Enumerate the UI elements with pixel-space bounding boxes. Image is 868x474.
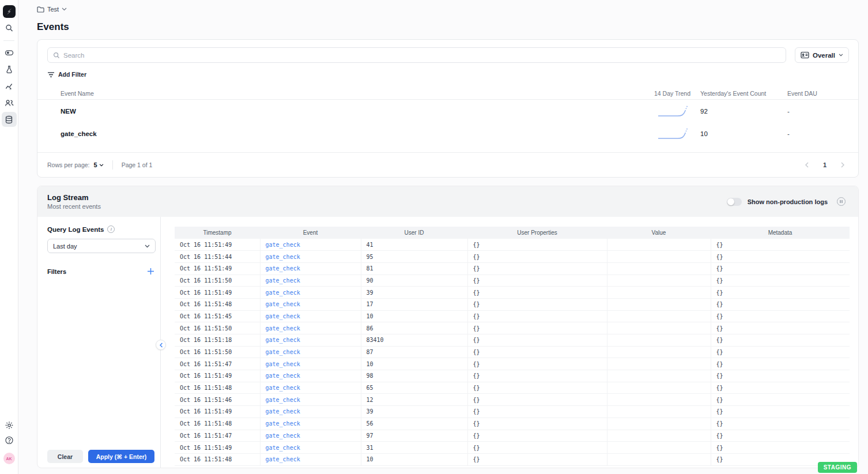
page-status: Page 1 of 1 [122,161,153,168]
log-table-body: Oct 16 11:51:49gate_check41{}{}Oct 16 11… [175,239,850,465]
log-table-row[interactable]: Oct 16 11:51:18gate_check83410{}{} [175,334,850,347]
metadata-cell: {} [711,406,850,418]
rows-per-page-select[interactable]: 5 [94,161,104,168]
log-stream-header: Log Stream Most recent events Show non-p… [37,186,858,217]
metadata-cell: {} [711,417,850,430]
event-name[interactable]: gate_check [61,130,633,137]
sidebar-item-experiments[interactable] [5,65,13,74]
search-icon [53,52,60,59]
user-properties-cell: {} [467,287,607,299]
log-table-row[interactable]: Oct 16 11:51:48gate_check65{}{} [175,382,850,394]
event-cell[interactable]: gate_check [260,322,361,334]
log-table-row[interactable]: Oct 16 11:51:48gate_check10{}{} [175,453,850,465]
event-cell[interactable]: gate_check [260,382,361,394]
event-cell[interactable]: gate_check [260,358,361,370]
event-row[interactable]: gate_check 10 - [37,122,858,145]
event-cell[interactable]: gate_check [260,453,361,465]
query-panel-title: Query Log Events [47,226,104,233]
avatar[interactable]: AK [3,453,15,464]
timestamp-cell: Oct 16 11:51:49 [175,287,260,299]
log-table-row[interactable]: Oct 16 11:51:49gate_check98{}{} [175,370,850,382]
event-cell[interactable]: gate_check [260,346,361,358]
user-properties-cell: {} [467,239,607,251]
log-table-row[interactable]: Oct 16 11:51:50gate_check90{}{} [175,274,850,287]
add-filter-plus-icon[interactable] [147,268,154,275]
collapse-panel-button[interactable] [156,340,166,350]
event-cell[interactable]: gate_check [260,310,361,322]
log-table-row[interactable]: Oct 16 11:51:47gate_check10{}{} [175,358,850,370]
timestamp-cell: Oct 16 11:51:46 [175,394,260,406]
value-cell [607,406,711,418]
app-logo-icon[interactable] [3,5,16,18]
settings-gear-icon[interactable] [5,421,13,430]
next-page-icon[interactable] [841,162,844,168]
show-non-production-toggle[interactable] [727,198,742,206]
user-id-cell: 87 [361,346,467,358]
log-table-row[interactable]: Oct 16 11:51:47gate_check97{}{} [175,430,850,442]
search-nav-icon[interactable] [5,24,13,32]
event-name[interactable]: NEW [61,108,633,115]
log-table-row[interactable]: Oct 16 11:51:44gate_check95{}{} [175,251,850,263]
sidebar-item-users[interactable] [5,99,14,107]
info-icon[interactable]: i [107,225,115,233]
metadata-cell: {} [711,262,850,274]
overall-view-selector[interactable]: Overall [795,47,849,63]
log-table-row[interactable]: Oct 16 11:51:49gate_check39{}{} [175,287,850,299]
main-content: Test Events Overall [18,0,868,474]
log-table-row[interactable]: Oct 16 11:51:50gate_check86{}{} [175,322,850,334]
event-cell[interactable]: gate_check [260,370,361,382]
event-cell[interactable]: gate_check [260,394,361,406]
event-row[interactable]: NEW 92 - [37,100,858,122]
log-table-row[interactable]: Oct 16 11:51:49gate_check31{}{} [175,442,850,454]
help-icon[interactable] [5,436,13,445]
metadata-cell: {} [711,442,850,454]
log-table-row[interactable]: Oct 16 11:51:48gate_check56{}{} [175,417,850,430]
clear-button[interactable]: Clear [47,450,83,463]
event-cell[interactable]: gate_check [260,274,361,287]
value-cell [607,239,711,251]
sidebar: AK [0,0,18,474]
current-page[interactable]: 1 [823,161,827,168]
pause-stream-icon[interactable] [837,197,846,206]
sidebar-item-metrics[interactable] [5,82,13,91]
log-table-row[interactable]: Oct 16 11:51:46gate_check12{}{} [175,394,850,406]
user-id-cell: 31 [361,442,467,454]
log-table-row[interactable]: Oct 16 11:51:49gate_check41{}{} [175,239,850,251]
log-table-row[interactable]: Oct 16 11:51:49gate_check39{}{} [175,406,850,418]
log-table-row[interactable]: Oct 16 11:51:50gate_check87{}{} [175,346,850,358]
log-table-row[interactable]: Oct 16 11:51:48gate_check17{}{} [175,298,850,310]
event-cell[interactable]: gate_check [260,334,361,347]
event-cell[interactable]: gate_check [260,262,361,274]
value-cell [607,382,711,394]
timestamp-cell: Oct 16 11:51:44 [175,251,260,263]
search-input[interactable] [63,52,780,59]
value-cell [607,358,711,370]
event-cell[interactable]: gate_check [260,430,361,442]
value-cell [607,251,711,263]
event-cell[interactable]: gate_check [260,251,361,263]
yesterdays-event-count: 92 [690,108,787,115]
sidebar-item-gates[interactable] [5,48,14,57]
breadcrumb[interactable]: Test [37,6,67,13]
event-cell[interactable]: gate_check [260,406,361,418]
chevron-down-icon [839,54,843,57]
log-table-row[interactable]: Oct 16 11:51:45gate_check10{}{} [175,310,850,322]
user-properties-cell: {} [467,394,607,406]
col-event: Event [260,227,361,239]
event-cell[interactable]: gate_check [260,417,361,430]
event-cell[interactable]: gate_check [260,287,361,299]
time-range-select[interactable]: Last day [47,239,156,253]
prev-page-icon[interactable] [805,162,809,168]
user-id-cell: 86 [361,322,467,334]
user-id-cell: 10 [361,310,467,322]
user-id-cell: 39 [361,287,467,299]
user-properties-cell: {} [467,370,607,382]
event-cell[interactable]: gate_check [260,442,361,454]
log-table-row[interactable]: Oct 16 11:51:49gate_check81{}{} [175,262,850,274]
add-filter-button[interactable]: Add Filter [47,71,86,78]
event-cell[interactable]: gate_check [260,298,361,310]
apply-button[interactable]: Apply (⌘ + Enter) [88,450,154,463]
sidebar-item-events-active[interactable] [2,112,17,127]
event-dau: - [787,130,849,137]
event-cell[interactable]: gate_check [260,239,361,251]
